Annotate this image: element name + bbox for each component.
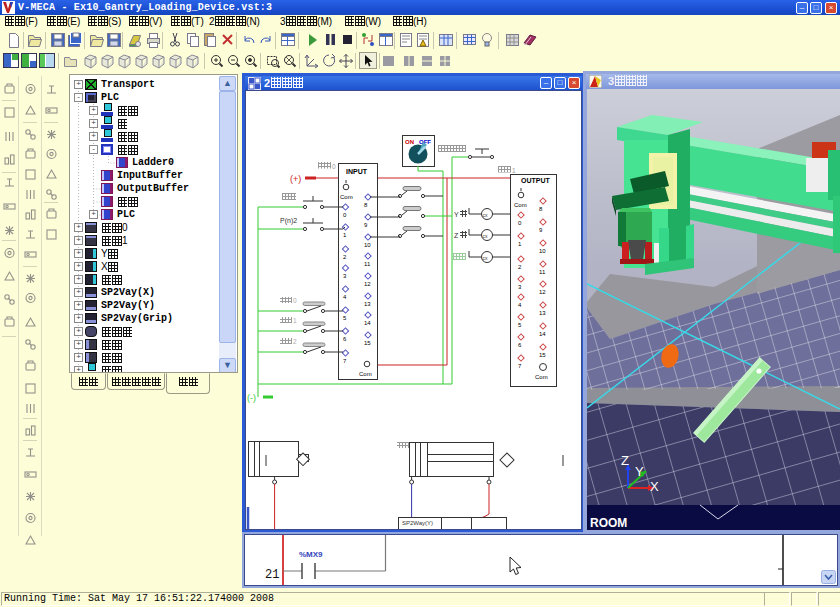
svg-text:10: 10 xyxy=(364,242,371,248)
svg-text:10: 10 xyxy=(539,248,546,254)
svg-text:13: 13 xyxy=(364,301,371,307)
svg-text:P(n)2: P(n)2 xyxy=(280,217,297,225)
svg-text:Z: Z xyxy=(454,232,459,239)
svg-text:15: 15 xyxy=(539,352,546,358)
svg-text:X: X xyxy=(650,479,659,494)
svg-text:2: 2 xyxy=(293,338,297,345)
svg-text:15: 15 xyxy=(364,340,371,346)
svg-text:12: 12 xyxy=(539,289,546,295)
svg-text:0: 0 xyxy=(332,163,336,170)
svg-text:21: 21 xyxy=(265,568,279,582)
svg-text:ON: ON xyxy=(405,139,414,145)
svg-text:Y: Y xyxy=(454,211,459,218)
svg-text:1: 1 xyxy=(512,167,516,174)
svg-text:Com: Com xyxy=(535,374,548,380)
svg-text:cx: cx xyxy=(483,212,489,218)
svg-text:Y: Y xyxy=(635,464,644,479)
svg-text:11: 11 xyxy=(364,261,371,267)
svg-text:SP2Way(Y): SP2Way(Y) xyxy=(402,520,433,526)
svg-text:INPUT: INPUT xyxy=(346,168,368,175)
svg-text:%MX9: %MX9 xyxy=(299,550,323,559)
svg-text:OUTPUT: OUTPUT xyxy=(521,177,551,184)
svg-text:12: 12 xyxy=(364,281,371,287)
svg-text:Com: Com xyxy=(359,371,372,377)
svg-text:Com: Com xyxy=(514,202,527,208)
svg-text:14: 14 xyxy=(539,331,546,337)
svg-text:0: 0 xyxy=(293,297,297,304)
svg-text:ROOM: ROOM xyxy=(590,516,627,530)
svg-text:14: 14 xyxy=(364,320,371,326)
svg-text:Z: Z xyxy=(621,453,629,468)
svg-text:13: 13 xyxy=(539,310,546,316)
svg-text:Com: Com xyxy=(340,194,353,200)
svg-text:(-): (-) xyxy=(247,393,256,403)
svg-text:cx: cx xyxy=(483,233,489,239)
svg-text:cx: cx xyxy=(483,255,489,261)
svg-text:11: 11 xyxy=(539,269,546,275)
svg-text:1: 1 xyxy=(293,317,297,324)
svg-text:(+): (+) xyxy=(290,174,301,184)
